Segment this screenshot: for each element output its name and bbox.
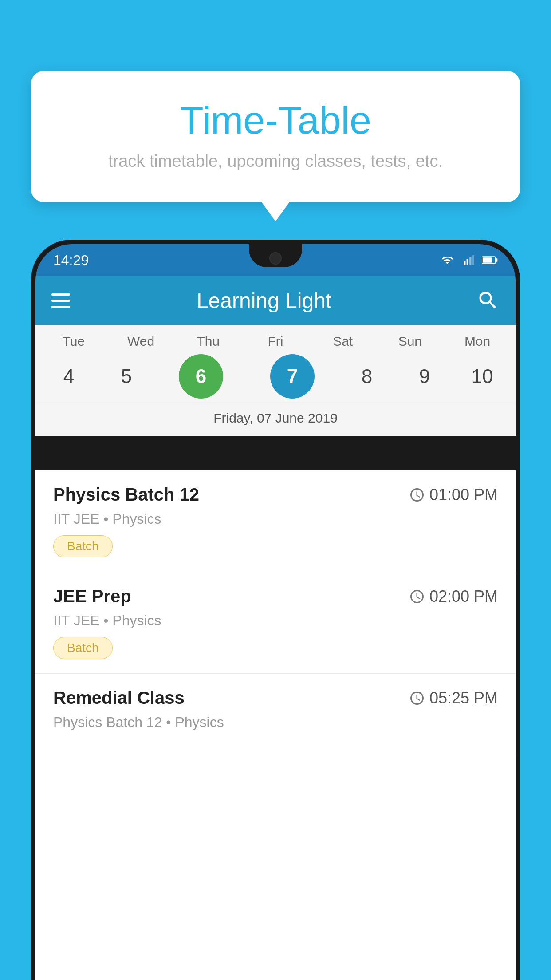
calendar-header: Tue Wed Thu Fri Sat Sun Mon 4 5 6 7 8 9 … bbox=[35, 325, 516, 436]
schedule-time-2: 02:00 PM bbox=[409, 587, 498, 606]
day-name-thu: Thu bbox=[179, 334, 237, 349]
day-7-selected[interactable]: 7 bbox=[270, 354, 315, 399]
signal-icon bbox=[460, 254, 476, 266]
day-name-fri: Fri bbox=[247, 334, 304, 349]
schedule-time-3: 05:25 PM bbox=[409, 689, 498, 707]
svg-rect-6 bbox=[483, 257, 492, 263]
batch-badge-1: Batch bbox=[53, 535, 113, 557]
schedule-item-1-header: Physics Batch 12 01:00 PM bbox=[53, 485, 498, 505]
time-label-3: 05:25 PM bbox=[429, 689, 498, 707]
wifi-icon bbox=[439, 254, 455, 266]
notch bbox=[249, 244, 302, 267]
phone-inner: 14:29 bbox=[35, 244, 516, 980]
day-6-today[interactable]: 6 bbox=[179, 354, 223, 399]
clock-icon-1 bbox=[409, 487, 425, 503]
svg-rect-1 bbox=[467, 259, 468, 265]
status-time: 14:29 bbox=[53, 252, 89, 269]
day-name-mon: Mon bbox=[449, 334, 506, 349]
day-names-row: Tue Wed Thu Fri Sat Sun Mon bbox=[35, 334, 516, 349]
schedule-name-3: Remedial Class bbox=[53, 688, 185, 708]
schedule-container: Physics Batch 12 01:00 PM IIT JEE • Phys… bbox=[35, 470, 516, 980]
tooltip-title: Time-Table bbox=[58, 98, 493, 143]
svg-rect-2 bbox=[469, 257, 471, 265]
day-10[interactable]: 10 bbox=[453, 354, 511, 399]
day-5[interactable]: 5 bbox=[98, 354, 155, 399]
day-name-sat: Sat bbox=[314, 334, 372, 349]
search-icon[interactable] bbox=[476, 289, 500, 312]
day-4[interactable]: 4 bbox=[40, 354, 98, 399]
day-name-wed: Wed bbox=[112, 334, 170, 349]
day-numbers-row: 4 5 6 7 8 9 10 bbox=[35, 354, 516, 399]
schedule-item-3-header: Remedial Class 05:25 PM bbox=[53, 688, 498, 708]
day-name-tue: Tue bbox=[45, 334, 102, 349]
schedule-item-2[interactable]: JEE Prep 02:00 PM IIT JEE • Physics Batc… bbox=[35, 572, 516, 674]
schedule-item-3[interactable]: Remedial Class 05:25 PM Physics Batch 12… bbox=[35, 674, 516, 753]
phone-frame: 14:29 bbox=[31, 240, 520, 980]
clock-icon-3 bbox=[409, 690, 425, 706]
schedule-meta-1: IIT JEE • Physics bbox=[53, 511, 498, 527]
schedule-meta-2: IIT JEE • Physics bbox=[53, 612, 498, 629]
time-label-1: 01:00 PM bbox=[429, 486, 498, 504]
battery-icon bbox=[482, 254, 498, 266]
schedule-item-1[interactable]: Physics Batch 12 01:00 PM IIT JEE • Phys… bbox=[35, 470, 516, 572]
batch-badge-2: Batch bbox=[53, 637, 113, 659]
schedule-meta-3: Physics Batch 12 • Physics bbox=[53, 714, 498, 731]
tooltip-subtitle: track timetable, upcoming classes, tests… bbox=[58, 152, 493, 171]
status-icons bbox=[439, 254, 498, 266]
day-name-sun: Sun bbox=[381, 334, 439, 349]
schedule-item-2-header: JEE Prep 02:00 PM bbox=[53, 586, 498, 606]
selected-date-label: Friday, 07 June 2019 bbox=[35, 404, 516, 433]
camera bbox=[269, 252, 282, 265]
schedule-name-2: JEE Prep bbox=[53, 586, 131, 606]
day-8[interactable]: 8 bbox=[338, 354, 396, 399]
app-bar: Learning Light bbox=[35, 276, 516, 325]
time-label-2: 02:00 PM bbox=[429, 587, 498, 606]
tooltip-card: Time-Table track timetable, upcoming cla… bbox=[31, 71, 520, 202]
clock-icon-2 bbox=[409, 589, 425, 605]
schedule-time-1: 01:00 PM bbox=[409, 486, 498, 504]
svg-rect-5 bbox=[496, 258, 498, 262]
svg-rect-0 bbox=[464, 261, 465, 265]
day-9[interactable]: 9 bbox=[396, 354, 453, 399]
svg-rect-3 bbox=[472, 255, 474, 265]
app-title: Learning Light bbox=[51, 288, 476, 313]
schedule-name-1: Physics Batch 12 bbox=[53, 485, 199, 505]
